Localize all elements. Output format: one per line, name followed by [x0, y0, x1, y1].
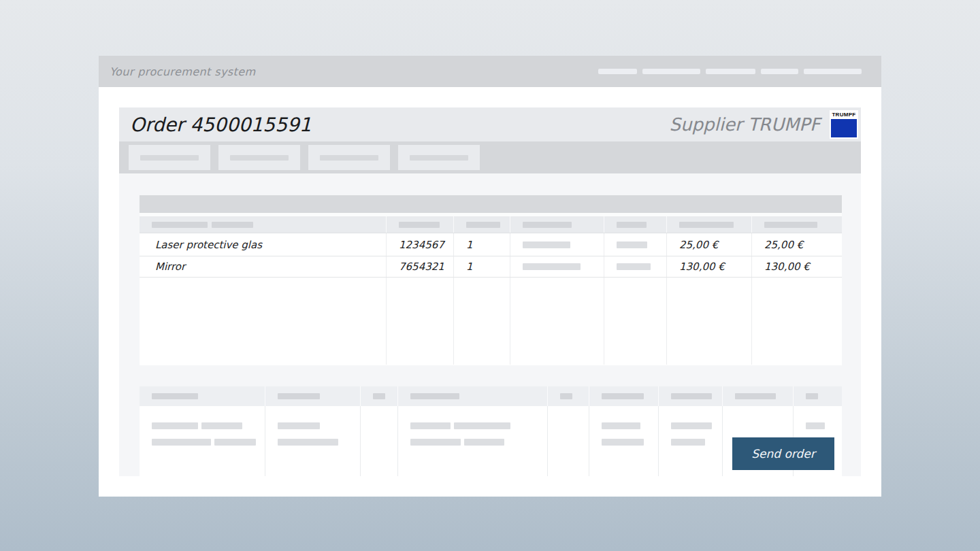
item-extra-cell: [510, 256, 604, 277]
summary-column-header: [140, 386, 265, 406]
trumpf-logo: TRUMPF: [830, 110, 858, 139]
placeholder-bar: [230, 155, 289, 161]
placeholder-bar: [152, 422, 198, 429]
item-row[interactable]: Laser protective glas 1234567 1 25,00 € …: [140, 233, 842, 256]
item-number-cell: 7654321: [387, 256, 454, 277]
placeholder-bar: [152, 393, 198, 399]
total-price-cell: 130,00 €: [752, 256, 842, 277]
tab-placeholder-1[interactable]: [129, 145, 210, 170]
column-header-item-number: [387, 216, 454, 233]
order-items-table: Laser protective glas 1234567 1 25,00 € …: [140, 195, 842, 365]
placeholder-bar: [560, 393, 572, 399]
unit-price-cell: 130,00 €: [667, 256, 752, 277]
summary-table-header: [140, 386, 842, 406]
tab-placeholder-3[interactable]: [308, 145, 390, 170]
placeholder-bar: [320, 155, 378, 161]
nav-item-placeholder[interactable]: [706, 69, 755, 74]
placeholder-bar: [410, 393, 459, 399]
send-order-button[interactable]: Send order: [732, 437, 834, 470]
supplier-area: Supplier TRUMPF TRUMPF: [670, 110, 858, 139]
placeholder-bar: [671, 439, 705, 446]
summary-column-header: [398, 386, 548, 406]
item-extra-cell: [604, 233, 667, 256]
tab-bar: [119, 141, 861, 173]
header-nav: [598, 69, 862, 74]
item-description-cell: Laser protective glas: [140, 233, 387, 256]
placeholder-bar: [602, 393, 644, 399]
order-summary-table: Send order: [140, 386, 842, 476]
placeholder-bar: [152, 222, 208, 228]
placeholder-bar: [454, 422, 510, 429]
placeholder-bar: [617, 241, 647, 248]
placeholder-bar: [278, 422, 320, 429]
item-number-cell: 1234567: [387, 233, 454, 256]
placeholder-bar: [152, 439, 211, 446]
placeholder-bar: [617, 222, 647, 228]
placeholder-bar: [278, 439, 338, 446]
placeholder-bar: [602, 422, 640, 429]
procurement-window-header: Your procurement system: [99, 56, 881, 87]
items-table-empty-rows: [140, 278, 842, 365]
placeholder-bar: [410, 439, 461, 446]
placeholder-bar: [201, 422, 242, 429]
order-title: Order 4500015591: [130, 114, 312, 136]
tab-placeholder-2[interactable]: [218, 145, 300, 170]
nav-item-placeholder[interactable]: [761, 69, 798, 74]
placeholder-bar: [617, 263, 651, 270]
column-header-total-price: [752, 216, 842, 233]
placeholder-bar: [214, 439, 256, 446]
order-content-area: Order 4500015591 Supplier TRUMPF TRUMPF: [119, 107, 861, 476]
trumpf-logo-square: [831, 119, 857, 137]
placeholder-bar: [410, 422, 451, 429]
item-extra-cell: [604, 256, 667, 277]
trumpf-logo-text: TRUMPF: [832, 112, 855, 118]
supplier-label: Supplier TRUMPF: [670, 114, 820, 135]
placeholder-bar: [679, 222, 734, 228]
placeholder-bar: [373, 393, 385, 399]
summary-column-header: [265, 386, 361, 406]
summary-column-header: [659, 386, 723, 406]
placeholder-bar: [466, 222, 500, 228]
nav-item-placeholder[interactable]: [642, 69, 700, 74]
summary-column-header: [589, 386, 659, 406]
item-row[interactable]: Mirror 7654321 1 130,00 € 130,00 €: [140, 256, 842, 278]
column-header-unit-price: [667, 216, 752, 233]
placeholder-bar: [140, 155, 199, 161]
summary-column-header: [794, 386, 842, 406]
placeholder-bar: [523, 241, 570, 248]
quantity-cell: 1: [454, 233, 510, 256]
placeholder-bar: [764, 222, 817, 228]
placeholder-bar: [399, 222, 440, 228]
column-header-5: [604, 216, 667, 233]
placeholder-bar: [671, 422, 712, 429]
column-header-4: [510, 216, 604, 233]
placeholder-bar: [671, 393, 712, 399]
placeholder-bar: [735, 393, 776, 399]
column-header-description: [140, 216, 387, 233]
placeholder-bar: [806, 422, 825, 429]
table-title-bar: [140, 195, 842, 213]
nav-item-placeholder[interactable]: [804, 69, 862, 74]
placeholder-bar: [523, 263, 581, 270]
tab-placeholder-4[interactable]: [398, 145, 480, 170]
placeholder-bar: [523, 222, 572, 228]
column-header-quantity: [454, 216, 510, 233]
nav-item-placeholder[interactable]: [598, 69, 637, 74]
placeholder-bar: [212, 222, 253, 228]
unit-price-cell: 25,00 €: [667, 233, 752, 256]
items-table-header: [140, 216, 842, 233]
summary-column-header: [723, 386, 794, 406]
summary-column-header: [361, 386, 398, 406]
item-description-cell: Mirror: [140, 256, 387, 277]
brand-text: Your procurement system: [110, 65, 255, 78]
placeholder-bar: [410, 155, 468, 161]
quantity-cell: 1: [454, 256, 510, 277]
placeholder-bar: [602, 439, 644, 446]
total-price-cell: 25,00 €: [752, 233, 842, 256]
summary-column-header: [548, 386, 589, 406]
placeholder-bar: [806, 393, 818, 399]
item-extra-cell: [510, 233, 604, 256]
order-window: Order 4500015591 Supplier TRUMPF TRUMPF: [99, 87, 881, 497]
placeholder-bar: [278, 393, 320, 399]
order-header-bar: Order 4500015591 Supplier TRUMPF TRUMPF: [119, 107, 861, 141]
